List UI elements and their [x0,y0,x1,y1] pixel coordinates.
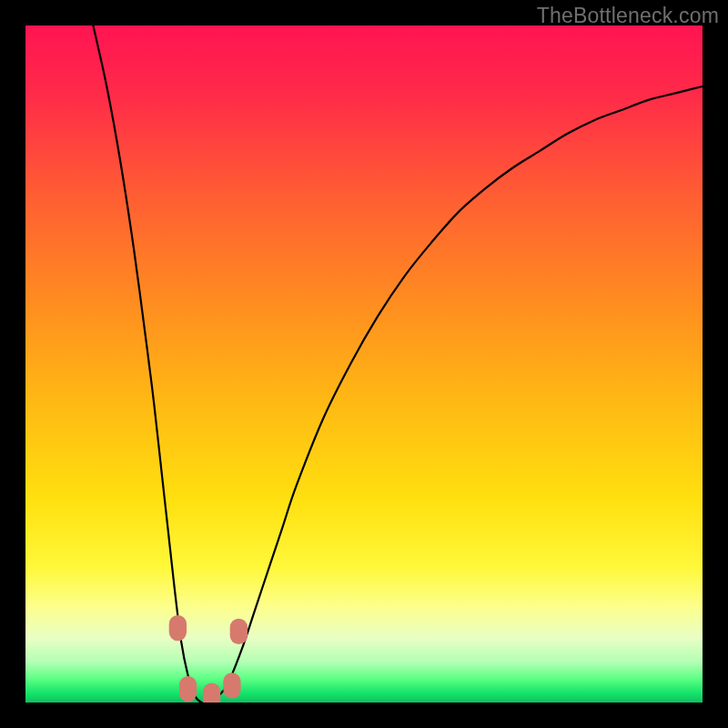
curve-marker [223,672,240,698]
watermark-text: TheBottleneck.com [537,4,719,28]
curve-marker [179,676,197,702]
plot-area [25,25,703,703]
curve-markers [169,615,248,703]
curve-marker [230,619,248,644]
curve-layer [25,25,703,703]
frame-border: TheBottleneck.com [0,0,728,728]
bottleneck-curve [93,25,703,703]
curve-marker [169,615,187,641]
curve-marker [203,682,220,703]
